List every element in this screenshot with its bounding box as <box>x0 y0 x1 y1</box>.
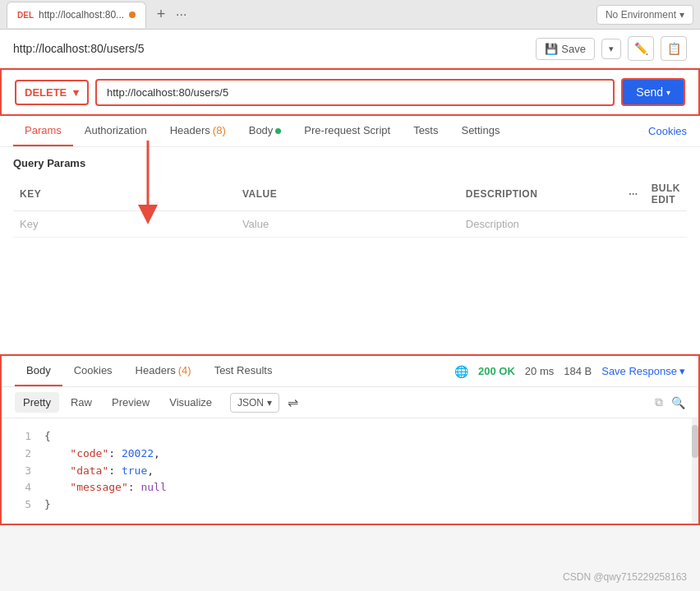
response-size: 184 B <box>564 365 592 377</box>
code-line-1: 1 { <box>15 428 685 446</box>
fmt-tab-raw[interactable]: Raw <box>62 392 100 413</box>
response-format-tabs: Pretty Raw Preview Visualize JSON ▾ ⇌ ⧉ … <box>2 387 698 418</box>
resp-tab-cookies[interactable]: Cookies <box>62 356 124 386</box>
fmt-tab-preview[interactable]: Preview <box>104 392 158 413</box>
resp-tab-test-results[interactable]: Test Results <box>203 356 284 386</box>
send-label: Send <box>636 85 663 99</box>
environment-selector[interactable]: No Environment ▾ <box>596 5 693 25</box>
resp-tab-headers[interactable]: Headers(4) <box>124 356 203 386</box>
line-number: 3 <box>15 463 31 480</box>
chevron-down-icon: ▾ <box>679 365 685 377</box>
code-brace-open: { <box>44 428 51 446</box>
edit-icon-button[interactable]: ✏️ <box>628 36 654 61</box>
code-content: "code": 20022, <box>44 446 160 463</box>
tab-body[interactable]: Body <box>237 116 293 146</box>
tab-method: DEL <box>17 11 34 20</box>
status-info: 🌐 200 OK 20 ms 184 B Save Response ▾ <box>454 365 685 378</box>
save-dropdown-button[interactable]: ▾ <box>601 39 621 59</box>
tab-params[interactable]: Params <box>13 116 73 146</box>
line-number: 5 <box>15 496 31 514</box>
more-cell <box>622 211 645 238</box>
browser-tab-bar: DEL http://localhost:80... + ··· No Envi… <box>0 0 700 30</box>
tab-dot <box>129 12 136 18</box>
url-bar-area: http://localhost:80/users/5 💾 Save ▾ ✏️ … <box>0 30 700 68</box>
body-dot <box>275 128 281 134</box>
url-input[interactable] <box>95 79 615 106</box>
col-header-more: ··· <box>622 178 645 211</box>
send-button[interactable]: Send ▾ <box>621 78 685 106</box>
url-actions: 💾 Save ▾ ✏️ 📋 <box>536 36 687 61</box>
save-response-button[interactable]: Save Response ▾ <box>601 365 685 377</box>
scrollbar-track[interactable] <box>692 418 698 524</box>
table-row: Key Value Description <box>13 211 687 238</box>
json-format-selector[interactable]: JSON ▾ <box>230 393 279 413</box>
code-content: "data": true, <box>44 463 154 480</box>
code-line-4: 4 "message": null <box>15 479 685 496</box>
code-line-2: 2 "code": 20022, <box>15 446 685 463</box>
globe-icon: 🌐 <box>454 365 468 378</box>
active-tab[interactable]: DEL http://localhost:80... <box>7 2 146 28</box>
col-header-description: DESCRIPTION <box>459 178 622 211</box>
tab-headers[interactable]: Headers(8) <box>159 116 237 146</box>
response-section: Body Cookies Headers(4) Test Results 🌐 2… <box>0 354 700 525</box>
format-icon[interactable]: ⇌ <box>288 395 298 410</box>
request-line: DELETE ▾ Send ▾ <box>0 68 700 116</box>
comment-icon-button[interactable]: 📋 <box>661 36 687 61</box>
search-icon[interactable]: 🔍 <box>671 396 685 409</box>
chevron-down-icon: ▾ <box>679 9 684 21</box>
line-number: 4 <box>15 479 31 496</box>
scrollbar-thumb[interactable] <box>692 425 698 458</box>
query-params-title: Query Params <box>13 157 687 169</box>
params-area: Query Params KEY VALUE DESCRIPTION ··· B… <box>0 147 700 247</box>
tab-settings[interactable]: Settings <box>449 116 511 146</box>
col-header-value: VALUE <box>236 178 459 211</box>
tab-authorization[interactable]: Authorization <box>73 116 159 146</box>
chevron-down-icon: ▾ <box>267 397 272 409</box>
add-tab-button[interactable]: + <box>150 3 173 26</box>
line-number: 2 <box>15 446 31 463</box>
tab-pre-request[interactable]: Pre-request Script <box>292 116 402 146</box>
resp-tab-body[interactable]: Body <box>15 356 62 386</box>
bulk-edit-button[interactable]: Bulk Edit <box>645 178 687 211</box>
copy-icon[interactable]: ⧉ <box>655 395 663 409</box>
save-icon: 💾 <box>545 43 558 55</box>
fmt-tab-pretty[interactable]: Pretty <box>15 392 59 413</box>
bulk-cell <box>645 211 687 238</box>
value-cell[interactable]: Value <box>236 211 459 238</box>
tab-tests[interactable]: Tests <box>402 116 449 146</box>
response-time: 20 ms <box>525 365 554 377</box>
key-cell[interactable]: Key <box>13 211 236 238</box>
tab-url: http://localhost:80... <box>39 9 124 21</box>
params-table: KEY VALUE DESCRIPTION ··· Bulk Edit Key … <box>13 178 687 238</box>
method-selector[interactable]: DELETE ▾ <box>15 80 89 105</box>
chevron-down-icon: ▾ <box>73 86 79 99</box>
code-line-5: 5 } <box>15 496 685 514</box>
fmt-tab-visualize[interactable]: Visualize <box>161 392 220 413</box>
description-cell[interactable]: Description <box>459 211 622 238</box>
more-tabs-button[interactable]: ··· <box>176 7 187 22</box>
method-label: DELETE <box>25 86 67 99</box>
code-line-3: 3 "data": true, <box>15 463 685 480</box>
env-label: No Environment <box>606 9 676 21</box>
line-number: 1 <box>15 428 31 446</box>
col-header-key: KEY <box>13 178 236 211</box>
request-tabs: Params Authorization Headers(8) Body Pre… <box>0 116 700 147</box>
save-label: Save <box>561 43 586 55</box>
cookies-link[interactable]: Cookies <box>648 117 687 145</box>
send-dropdown-arrow: ▾ <box>666 88 670 97</box>
code-brace-close: } <box>44 496 51 514</box>
code-content: "message": null <box>44 479 167 496</box>
status-ok: 200 OK <box>478 365 515 377</box>
save-button[interactable]: 💾 Save <box>536 38 595 60</box>
code-area: 1 { 2 "code": 20022, 3 "data": true, 4 <box>2 418 698 524</box>
empty-params-space <box>0 247 700 354</box>
response-tabs: Body Cookies Headers(4) Test Results 🌐 2… <box>2 356 698 387</box>
request-title: http://localhost:80/users/5 <box>13 42 145 55</box>
